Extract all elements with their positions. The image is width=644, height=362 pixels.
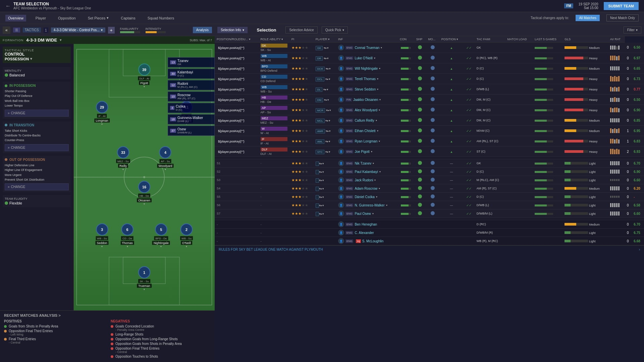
player-name-cell[interactable]: 👤 ENG Joe Pigott ▾ bbox=[336, 146, 398, 157]
role-ability-cell: ★★★★★ bbox=[289, 115, 314, 126]
player-dropdown-gk[interactable]: ▾ bbox=[144, 288, 145, 291]
role-cell[interactable]: DLF DLF - At bbox=[259, 146, 289, 157]
player-mcr[interactable]: 4 AP - Su Woodyard ▾ bbox=[157, 146, 174, 171]
player-dropdown-dl[interactable]: ▾ bbox=[101, 245, 103, 248]
player-dm[interactable]: 16 HB - De Oksanen ▾ bbox=[137, 181, 152, 205]
sub-6[interactable]: 18 Guinness-Walker D/WB (L) bbox=[168, 114, 215, 124]
nav-overview[interactable]: Overview bbox=[5, 15, 26, 21]
other-name[interactable]: 👤 ENG C. Alexander bbox=[336, 229, 398, 237]
player-name-cell[interactable]: 👤 ENG Will Nightingale ▾ bbox=[336, 63, 398, 74]
player-name-cell[interactable]: 👤 ENG Luke O'Neill ▾ bbox=[336, 53, 398, 63]
player-name-cell[interactable]: 👤 ENG Adam Roscrow ▾ bbox=[336, 184, 398, 193]
player-dropdown-dm[interactable]: ▾ bbox=[144, 202, 145, 205]
player-name-cell[interactable]: 👤 ENG Ryan Longman ▾ bbox=[336, 136, 398, 146]
analysis-button[interactable]: Analysis bbox=[193, 27, 212, 33]
role-cell[interactable]: MEZ MEZ - Su bbox=[259, 115, 289, 126]
nav-squad-numbers[interactable]: Squad Numbers bbox=[145, 15, 177, 21]
player-dcl[interactable]: 6 CD - De Thomas ▾ bbox=[120, 224, 134, 248]
col-pos[interactable]: POSITION/ROLE/DU... ▾ bbox=[215, 36, 259, 43]
player-dropdown-stc[interactable]: ▾ bbox=[144, 85, 145, 88]
player-dcr[interactable]: 5 BPD - De Nightingale ▾ bbox=[152, 224, 170, 248]
tac-fami-cell bbox=[533, 63, 562, 74]
quick-pick-button[interactable]: Quick Pick ▾ bbox=[322, 26, 348, 34]
con-cell bbox=[398, 184, 414, 193]
con-icon-cell bbox=[426, 126, 439, 136]
out-of-possession-change-button[interactable]: » CHANGE bbox=[5, 183, 69, 190]
right-panel: Selection Info ▾ Selection Selection Adv… bbox=[215, 24, 644, 362]
sub-4[interactable]: 10 Roscrow AM (R), ST (C) bbox=[168, 92, 215, 102]
analysis-title[interactable]: RECENT MATCHES ANALYSIS > bbox=[4, 313, 211, 317]
role-cell[interactable]: IF IF - At bbox=[259, 136, 289, 146]
player-name-cell[interactable]: 👤 FIN Jaakko Oksanen ▾ bbox=[336, 95, 398, 105]
in-transition-change-button[interactable]: » CHANGE bbox=[5, 144, 69, 151]
sub-3[interactable]: 12 Rudoni M (RLC), AM (C) bbox=[168, 80, 215, 90]
tactic-name-display[interactable]: 4-3-3 DM Wide - Control Pos... ▾ bbox=[51, 27, 105, 33]
player-name-cell[interactable]: 👤 ENG Ethan Chislett ▾ bbox=[336, 126, 398, 136]
player-dropdown-mcl[interactable]: ▾ bbox=[122, 168, 124, 171]
nav-set-pieces[interactable]: Set Pieces ▾ bbox=[85, 14, 112, 21]
player-dropdown-dcr[interactable]: ▾ bbox=[160, 245, 162, 248]
col-role-ability[interactable]: ROLE ABILITY ▾ bbox=[259, 36, 289, 43]
selection-info-button[interactable]: Selection Info ▾ bbox=[217, 27, 248, 33]
sub-1[interactable]: 13 Tzanev GK bbox=[168, 57, 215, 67]
sub-7[interactable]: 37 Osew D/WB/M (L) bbox=[168, 126, 215, 136]
col-mo: MO... bbox=[426, 36, 439, 43]
col-player[interactable]: PLAYER ▾ bbox=[314, 36, 336, 43]
player-gk[interactable]: 1 SK - Su Trueman ▾ bbox=[137, 266, 152, 291]
filter-button[interactable]: Filter ▾ bbox=[624, 26, 641, 34]
selection-advice-button[interactable]: Selection Advice bbox=[285, 26, 317, 34]
player-name-cell[interactable]: 👤 ENG Paul Kalambayi ▾ bbox=[336, 168, 398, 176]
role-cell[interactable]: W W - At bbox=[259, 126, 289, 136]
other-shp2 bbox=[426, 229, 439, 237]
player-name-cell[interactable]: 👤 ENG N. Guinness-Walker ▾ bbox=[336, 201, 398, 209]
selection-label: Selection bbox=[252, 27, 282, 33]
role-cell[interactable]: WB WB - At bbox=[259, 53, 289, 63]
sub-5[interactable]: 3 Csóka D (C) bbox=[168, 103, 215, 113]
player-dr[interactable]: 2 WB - Su O'Neill ▾ bbox=[180, 224, 193, 248]
player-name-cell[interactable]: 👤 ENG Dániel Csóka ▾ bbox=[336, 193, 398, 201]
col-position[interactable]: POSITION ▾ bbox=[439, 36, 464, 43]
player-dl[interactable]: 3 WB - Su Seddon ▾ bbox=[95, 224, 108, 248]
player-stc[interactable]: 39 DLF - At Pigott ▾ bbox=[138, 64, 150, 88]
nav-captains[interactable]: Captains bbox=[118, 15, 138, 21]
rules-bar[interactable]: RULES FOR SKY BET LEAGUE ONE MATCH AGAIN… bbox=[215, 245, 644, 253]
role-cell[interactable]: AP AP - Su bbox=[259, 105, 289, 115]
role-cell[interactable]: CD CD Defend bbox=[259, 74, 289, 84]
player-mcl[interactable]: 33 MEZ - Su Reilly ▾ bbox=[116, 146, 130, 171]
player-name-cell[interactable]: 👤 ENG Jack Rudoni ▾ bbox=[336, 176, 398, 184]
nav-opposition[interactable]: Opposition bbox=[55, 15, 78, 21]
in-possession-change-button[interactable]: » CHANGE bbox=[5, 110, 69, 117]
role-ability-cell: ★★★★★ bbox=[289, 159, 314, 168]
sub-2[interactable]: 30 Kalambayi D (C) bbox=[168, 69, 215, 79]
role-cell[interactable]: GK SK - Su bbox=[259, 43, 289, 53]
player-dropdown-dr[interactable]: ▾ bbox=[186, 245, 187, 248]
next-match-button[interactable]: Next Match Only bbox=[606, 14, 639, 21]
other-name[interactable]: 👤 ENG Inj S. McLoughlin bbox=[336, 237, 398, 245]
player-aml[interactable]: 29 IF - At Longman ▾ bbox=[94, 101, 110, 125]
player-name-cell[interactable]: 👤 ENG Terell Thomas ▾ bbox=[336, 74, 398, 84]
add-tactic-button[interactable]: + bbox=[108, 27, 115, 34]
back-button[interactable]: ← bbox=[5, 3, 11, 9]
player-dropdown-dcl[interactable]: ▾ bbox=[127, 245, 128, 248]
submit-team-button[interactable]: SUBMIT TEAM bbox=[604, 2, 639, 10]
other-name[interactable]: 👤 ENG Ben Heneghan bbox=[336, 220, 398, 229]
player-name-cell[interactable]: 👤 ENG Nik Tzanev ▾ bbox=[336, 159, 398, 168]
collapse-button[interactable]: « bbox=[3, 26, 10, 34]
other-load: Light bbox=[562, 229, 608, 237]
role-cell[interactable]: BPD BPD Defend bbox=[259, 63, 289, 74]
sub-role-1: GK bbox=[177, 63, 189, 66]
player-dropdown-aml[interactable]: ▾ bbox=[101, 122, 103, 125]
player-name-cell[interactable]: 👤 ENG Paul Osew ▾ bbox=[336, 209, 398, 218]
player-dropdown-mcr[interactable]: ▾ bbox=[165, 168, 166, 171]
player-label-gk: Trueman bbox=[137, 284, 152, 288]
con-icon-cell bbox=[426, 84, 439, 95]
player-name-cell[interactable]: 👤 ENG Steve Seddon ▾ bbox=[336, 84, 398, 95]
dropdown-arrow-icon[interactable]: ▾ bbox=[30, 57, 32, 61]
player-name-cell[interactable]: 👤 ENG Connal Trueman ▾ bbox=[336, 43, 398, 53]
player-name-cell[interactable]: 👤 ENG Callum Reilly ▾ bbox=[336, 115, 398, 126]
all-matches-button[interactable]: All Matches bbox=[576, 15, 600, 21]
player-name-cell[interactable]: 👤 ENG Alex Woodyard ▾ bbox=[336, 105, 398, 115]
role-cell[interactable]: WB WB - Su bbox=[259, 84, 289, 95]
role-cell[interactable]: HB HB - De bbox=[259, 95, 289, 105]
nav-player[interactable]: Player bbox=[33, 15, 49, 21]
